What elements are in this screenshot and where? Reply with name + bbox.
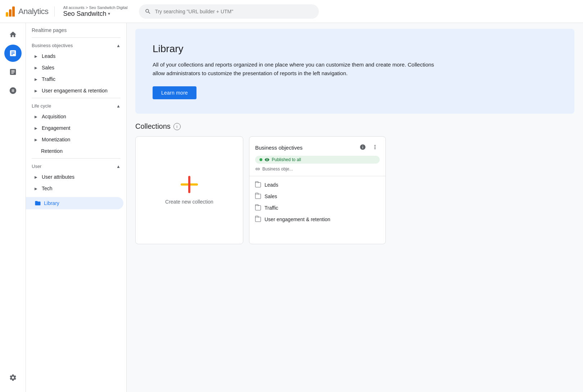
- folder-icon-sales: [255, 194, 261, 199]
- collections-header: Collections i: [135, 122, 574, 131]
- chevron-right-icon: ▶: [35, 138, 37, 142]
- nav-insights-button[interactable]: [4, 63, 22, 81]
- published-badge: Published to all: [255, 156, 380, 164]
- sidebar-realtime-pages[interactable]: Realtime pages: [26, 24, 126, 36]
- sidebar-item-monetization[interactable]: ▶ Monetization: [26, 134, 123, 145]
- account-section[interactable]: All accounts > Seo Sandwitch Digital Seo…: [60, 5, 131, 18]
- business-item-traffic-label: Traffic: [265, 205, 278, 211]
- business-divider: [249, 176, 385, 176]
- business-objectives-card: Business objectives: [249, 136, 386, 244]
- sidebar-item-engagement[interactable]: ▶ Engagement: [26, 122, 123, 134]
- sidebar: Realtime pages Business objectives ▲ ▶ L…: [26, 23, 127, 392]
- business-card-actions: [358, 142, 380, 153]
- badge-label: Published to all: [272, 157, 301, 162]
- collections-title: Collections: [135, 122, 171, 131]
- chevron-right-icon: ▶: [35, 89, 37, 93]
- sidebar-chevron-lifecycle: ▲: [116, 104, 121, 109]
- sidebar-item-acquisition-label: Acquisition: [42, 114, 66, 119]
- sidebar-item-user-attributes-label: User attributes: [42, 174, 74, 180]
- sidebar-item-engagement-label: Engagement: [42, 125, 70, 131]
- business-card-header: Business objectives: [249, 137, 385, 156]
- search-bar[interactable]: [139, 4, 319, 19]
- sidebar-item-leads-label: Leads: [42, 53, 55, 59]
- main-layout: Realtime pages Business objectives ▲ ▶ L…: [0, 23, 583, 392]
- business-item-sales: Sales: [249, 191, 385, 202]
- nav-home-button[interactable]: [4, 26, 22, 43]
- sidebar-divider-2: [32, 98, 121, 98]
- sidebar-item-retention[interactable]: Retention: [26, 145, 123, 157]
- eye-icon: [265, 157, 270, 162]
- analytics-logo: [6, 6, 15, 17]
- logo-bar-2: [9, 9, 12, 17]
- sidebar-item-tech-label: Tech: [42, 186, 53, 191]
- business-item-leads-label: Leads: [265, 182, 278, 188]
- sidebar-item-user-engagement[interactable]: ▶ User engagement & retention: [26, 85, 123, 96]
- chevron-right-icon: ▶: [35, 77, 37, 81]
- sidebar-item-sales[interactable]: ▶ Sales: [26, 62, 123, 73]
- nav-advertising-button[interactable]: [4, 82, 22, 99]
- info-icon: [360, 144, 366, 150]
- account-name-row[interactable]: Seo Sandwitch ▾: [63, 10, 128, 18]
- sidebar-item-traffic[interactable]: ▶ Traffic: [26, 73, 123, 85]
- business-card-sub: Business obje...: [262, 167, 293, 172]
- learn-more-button[interactable]: Learn more: [153, 86, 196, 99]
- account-dropdown-arrow: ▾: [108, 11, 110, 16]
- main-content: Library All of your collections and repo…: [127, 23, 583, 392]
- nav-reports-button[interactable]: [4, 45, 22, 62]
- account-name: Seo Sandwitch: [63, 10, 107, 18]
- folder-icon-leads: [255, 182, 261, 187]
- chevron-right-icon: ▶: [35, 187, 37, 191]
- collections-info-icon[interactable]: i: [173, 123, 181, 130]
- link-icon: [255, 167, 260, 172]
- logo-bar-3: [12, 6, 15, 17]
- sidebar-section-lifecycle[interactable]: Life cycle ▲: [26, 100, 126, 111]
- business-item-user-engagement-label: User engagement & retention: [265, 216, 330, 222]
- sidebar-item-user-attributes[interactable]: ▶ User attributes: [26, 171, 123, 183]
- create-collection-card[interactable]: Create new collection: [135, 136, 243, 244]
- library-banner: Library All of your collections and repo…: [135, 29, 574, 114]
- badge-dot: [259, 158, 262, 161]
- sidebar-section-lifecycle-label: Life cycle: [32, 103, 51, 109]
- business-item-sales-label: Sales: [265, 193, 277, 199]
- sidebar-section-user-label: User: [32, 164, 41, 169]
- business-card-more-button[interactable]: [370, 142, 380, 153]
- sidebar-item-acquisition[interactable]: ▶ Acquisition: [26, 111, 123, 122]
- sidebar-item-tech[interactable]: ▶ Tech: [26, 183, 123, 194]
- sidebar-divider-1: [32, 37, 121, 38]
- logo-bar-1: [6, 12, 8, 17]
- chevron-right-icon: ▶: [35, 54, 37, 58]
- business-item-user-engagement: User engagement & retention: [249, 214, 385, 225]
- icon-nav: [0, 23, 26, 392]
- plus-icon: [181, 176, 198, 193]
- sidebar-item-sales-label: Sales: [42, 65, 54, 70]
- chevron-right-icon: ▶: [35, 66, 37, 70]
- sidebar-item-leads[interactable]: ▶ Leads: [26, 50, 123, 62]
- chevron-right-icon: ▶: [35, 175, 37, 179]
- sidebar-section-user[interactable]: User ▲: [26, 160, 126, 171]
- sidebar-item-traffic-label: Traffic: [42, 76, 55, 82]
- app-header: Analytics All accounts > Seo Sandwitch D…: [0, 0, 583, 23]
- chevron-right-icon: ▶: [35, 126, 37, 130]
- search-input[interactable]: [155, 9, 313, 14]
- sidebar-section-business[interactable]: Business objectives ▲: [26, 39, 126, 50]
- business-item-leads: Leads: [249, 179, 385, 191]
- collections-section: Collections i Create new collection Busi…: [127, 122, 583, 253]
- business-item-traffic: Traffic: [249, 202, 385, 214]
- folder-icon-user-engagement: [255, 217, 261, 222]
- sidebar-item-library[interactable]: Library: [26, 197, 123, 209]
- app-name: Analytics: [18, 7, 49, 16]
- sidebar-chevron-business: ▲: [116, 43, 121, 48]
- logo-section: Analytics: [6, 6, 55, 17]
- library-title: Library: [153, 43, 557, 55]
- business-card-info-button[interactable]: [358, 142, 367, 153]
- sidebar-item-monetization-label: Monetization: [42, 137, 70, 142]
- business-card-title: Business objectives: [255, 145, 303, 151]
- account-path: All accounts > Seo Sandwitch Digital: [63, 5, 128, 10]
- collections-grid: Create new collection Business objective…: [135, 136, 574, 244]
- search-icon: [145, 8, 151, 15]
- create-card-label: Create new collection: [165, 199, 213, 205]
- folder-icon: [35, 200, 41, 206]
- sidebar-item-retention-label: Retention: [41, 148, 63, 154]
- nav-settings-button[interactable]: [4, 369, 22, 386]
- folder-icon-traffic: [255, 205, 261, 210]
